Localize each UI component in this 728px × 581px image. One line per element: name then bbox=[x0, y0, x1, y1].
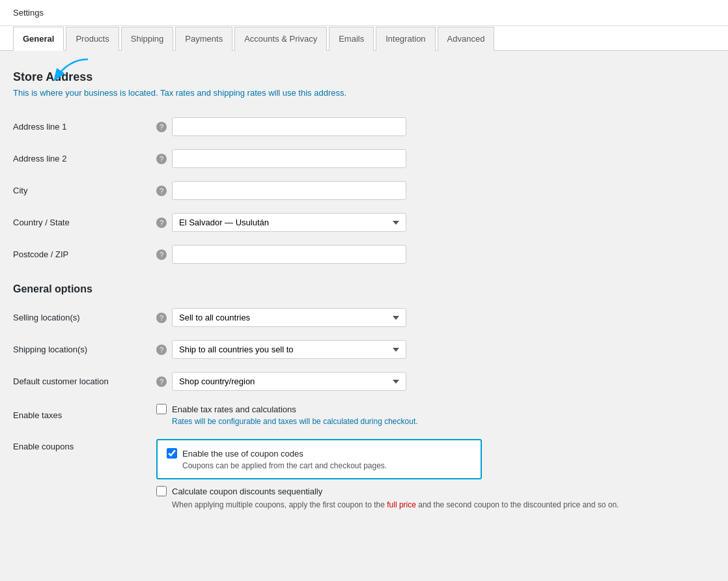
enable-taxes-checkbox-label[interactable]: Enable tax rates and calculations bbox=[172, 404, 296, 414]
enable-coupons-checkbox[interactable] bbox=[167, 448, 177, 459]
tabs-bar: General Products Shipping Payments Accou… bbox=[0, 26, 728, 51]
sequential-coupons-label[interactable]: Calculate coupon discounts sequentially bbox=[172, 487, 322, 496]
postcode-row: Postcode / ZIP ? bbox=[13, 238, 703, 270]
general-options-title: General options bbox=[13, 283, 703, 295]
postcode-input[interactable] bbox=[172, 245, 406, 264]
city-help-icon[interactable]: ? bbox=[156, 186, 167, 196]
page-title: Settings bbox=[13, 8, 44, 18]
city-label: City bbox=[13, 186, 27, 195]
address-line1-help-icon[interactable]: ? bbox=[156, 122, 167, 132]
enable-taxes-label: Enable taxes bbox=[13, 410, 62, 420]
shipping-locations-row: Shipping location(s) ? Ship to all count… bbox=[13, 333, 703, 365]
default-customer-location-select[interactable]: Shop country/region Geolocate Geolocate … bbox=[172, 372, 406, 391]
store-address-table: Address line 1 ? Address line 2 ? bbox=[13, 111, 703, 270]
general-options-section: General options Selling location(s) ? Se… bbox=[13, 283, 703, 516]
address-line1-input[interactable] bbox=[172, 117, 406, 136]
arrow-annotation bbox=[36, 56, 101, 89]
selling-locations-select[interactable]: Sell to all countries Sell to specific c… bbox=[172, 308, 406, 327]
default-customer-location-label: Default customer location bbox=[13, 376, 109, 386]
full-price-highlight: full price bbox=[387, 500, 416, 509]
shipping-locations-select[interactable]: Ship to all countries you sell to Ship t… bbox=[172, 340, 406, 359]
tab-general[interactable]: General bbox=[13, 27, 64, 51]
shipping-locations-help-icon[interactable]: ? bbox=[156, 345, 167, 355]
default-customer-help-icon[interactable]: ? bbox=[156, 376, 167, 387]
enable-taxes-note: Rates will be configurable and taxes wil… bbox=[172, 417, 703, 426]
general-options-table: Selling location(s) ? Sell to all countr… bbox=[13, 302, 703, 516]
address-line1-row: Address line 1 ? bbox=[13, 111, 703, 143]
tab-payments[interactable]: Payments bbox=[175, 27, 232, 51]
sequential-coupons-desc: When applying multiple coupons, apply th… bbox=[172, 500, 703, 509]
enable-coupons-desc: Coupons can be applied from the cart and… bbox=[182, 461, 471, 470]
store-address-section: Store Address This is where your busines… bbox=[13, 70, 703, 270]
tab-integration[interactable]: Integration bbox=[376, 27, 435, 51]
postcode-help-icon[interactable]: ? bbox=[156, 249, 167, 260]
coupon-box: Enable the use of coupon codes Coupons c… bbox=[156, 439, 482, 479]
enable-coupons-row: Enable coupons Enable the use of coupon … bbox=[13, 432, 703, 516]
country-state-label: Country / State bbox=[13, 218, 70, 227]
city-input[interactable] bbox=[172, 181, 406, 200]
address-line2-row: Address line 2 ? bbox=[13, 143, 703, 175]
enable-taxes-row: Enable taxes Enable tax rates and calcul… bbox=[13, 397, 703, 432]
enable-coupons-label: Enable coupons bbox=[13, 442, 74, 451]
postcode-label: Postcode / ZIP bbox=[13, 249, 68, 259]
country-state-help-icon[interactable]: ? bbox=[156, 218, 167, 228]
enable-taxes-checkbox[interactable] bbox=[156, 404, 167, 414]
tab-shipping[interactable]: Shipping bbox=[121, 27, 174, 51]
selling-locations-help-icon[interactable]: ? bbox=[156, 313, 167, 323]
enable-coupons-checkbox-label[interactable]: Enable the use of coupon codes bbox=[182, 449, 303, 459]
country-state-row: Country / State ? El Salvador — Usulután bbox=[13, 206, 703, 238]
country-state-select[interactable]: El Salvador — Usulután bbox=[172, 213, 406, 232]
address-line2-help-icon[interactable]: ? bbox=[156, 154, 167, 164]
default-customer-location-row: Default customer location ? Shop country… bbox=[13, 365, 703, 397]
tab-accounts-privacy[interactable]: Accounts & Privacy bbox=[234, 27, 327, 51]
store-address-title: Store Address bbox=[13, 70, 703, 84]
address-line1-label: Address line 1 bbox=[13, 122, 66, 132]
store-address-desc: This is where your business is located. … bbox=[13, 88, 703, 98]
tab-emails[interactable]: Emails bbox=[329, 27, 374, 51]
tab-advanced[interactable]: Advanced bbox=[438, 27, 495, 51]
address-line2-input[interactable] bbox=[172, 149, 406, 168]
shipping-locations-label: Shipping location(s) bbox=[13, 345, 87, 354]
tab-products[interactable]: Products bbox=[66, 27, 119, 51]
address-line2-label: Address line 2 bbox=[13, 154, 66, 163]
city-row: City ? bbox=[13, 175, 703, 206]
selling-locations-row: Selling location(s) ? Sell to all countr… bbox=[13, 302, 703, 333]
selling-locations-label: Selling location(s) bbox=[13, 313, 80, 322]
sequential-coupons-checkbox[interactable] bbox=[156, 486, 167, 496]
